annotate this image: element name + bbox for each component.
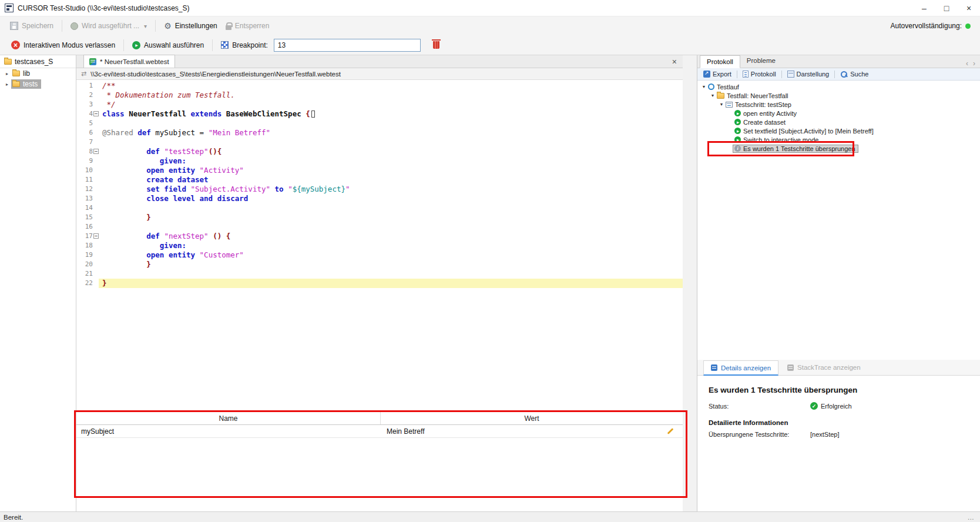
collapse-icon[interactable] (701, 84, 707, 89)
tab-stacktrace[interactable]: StackTrace anzeigen (780, 360, 868, 375)
fold-collapse-icon[interactable] (93, 149, 99, 154)
code-line[interactable]: 8 def "testStep"(){ (76, 147, 683, 156)
minimize-button[interactable]: – (913, 0, 935, 16)
chevron-right-icon[interactable] (973, 59, 975, 68)
toolbar-separator (123, 39, 124, 51)
collapse-icon[interactable] (719, 102, 724, 107)
breakpoint-icon (221, 41, 229, 49)
code-line[interactable]: 12 set field "Subject.Activity" to "${my… (76, 185, 683, 194)
protocol-tree: TestlaufTestfall: NeuerTestfallTestschri… (697, 81, 980, 360)
editor-panel: * NeuerTestfall.webtest × ⇄ \\3c-evi\tes… (76, 55, 683, 511)
file-tree-items: libtests (0, 68, 76, 89)
text-cursor (311, 111, 315, 118)
maximize-button[interactable]: □ (935, 0, 958, 16)
code-line[interactable]: 7 (76, 138, 683, 147)
tab-details[interactable]: Details anzeigen (703, 360, 778, 376)
code-line[interactable]: 2 * Dokumentation zum Testfall. (76, 91, 683, 100)
window-controls: – □ × (913, 0, 980, 16)
settings-button[interactable]: ⚙ Einstellungen (160, 19, 221, 33)
editor-pathbar: ⇄ \\3c-evi\test-studio\testcases_S\tests… (76, 68, 683, 80)
variable-name: mySubject (76, 427, 381, 436)
folder-icon (12, 71, 20, 76)
code-line[interactable]: 21 (76, 269, 683, 279)
code-line[interactable]: 4class NeuerTestfall extends BaseWebClie… (76, 109, 683, 119)
protocol-tree-item[interactable]: Es wurden 1 Testschritte übersprungen (697, 144, 980, 153)
file-tree-root[interactable]: testcases_S (0, 55, 76, 68)
code-line[interactable]: 14 (76, 203, 683, 213)
tab-probleme[interactable]: Probleme (740, 55, 782, 68)
save-button[interactable]: Speichern (6, 19, 58, 33)
statusbar-overflow-icon[interactable] (968, 514, 975, 521)
toolbar-separator (737, 71, 737, 78)
leave-interactive-mode-button[interactable]: Interaktiven Modus verlassen (7, 38, 119, 52)
code-line[interactable]: 9 given: (76, 156, 683, 166)
fold-collapse-icon[interactable] (93, 111, 99, 116)
protocol-tree-item[interactable]: Create dataset (697, 118, 980, 126)
code-line[interactable]: 13 close level and discard (76, 194, 683, 203)
autocomplete-status-icon (965, 24, 971, 29)
unlock-button[interactable]: Entsperren (221, 19, 274, 33)
running-status-button[interactable]: Wird ausgeführt ... ▾ (66, 19, 151, 33)
line-number: 11 (76, 175, 93, 185)
edit-pencil-icon[interactable] (667, 427, 674, 435)
teststep-icon (726, 102, 733, 108)
window-title: CURSOR Test-Studio (\\3c-evi\test-studio… (18, 4, 190, 12)
editor-tab[interactable]: * NeuerTestfall.webtest (83, 55, 175, 68)
protocol-tree-label: open entity Activity (743, 110, 797, 117)
delete-breakpoint-trash-icon[interactable] (433, 41, 439, 49)
code-line[interactable]: 6@Shared def mySubject = "Mein Betreff" (76, 128, 683, 138)
line-number: 6 (76, 128, 93, 138)
code-line[interactable]: 1/** (76, 81, 683, 91)
status-value: Erfolgreich (821, 403, 852, 410)
code-line[interactable]: 22} (76, 279, 683, 288)
export-button[interactable]: Export (701, 71, 734, 78)
variable-row[interactable]: mySubjectMein Betreff (76, 425, 683, 438)
column-header-wert[interactable]: Wert (381, 412, 683, 424)
fold-collapse-icon[interactable] (93, 233, 99, 239)
protocol-tree-item[interactable]: Testfall: NeuerTestfall (697, 91, 980, 100)
details-tabs: Details anzeigenStackTrace anzeigen (697, 360, 980, 376)
code-line[interactable]: 15 } (76, 213, 683, 222)
breakpoint-input[interactable] (274, 39, 421, 52)
expander-icon[interactable] (4, 71, 10, 76)
code-line[interactable]: 20 } (76, 260, 683, 269)
tab-protokoll[interactable]: Protokoll (700, 55, 740, 68)
protocol-tree-item[interactable]: open entity Activity (697, 109, 980, 118)
code-line[interactable]: 18 given: (76, 241, 683, 250)
expander-icon[interactable] (4, 82, 10, 87)
editor-close-icon[interactable]: × (672, 57, 677, 66)
protocol-tree-item[interactable]: Switch to interactive mode (697, 135, 980, 144)
details-body: Es wurden 1 Testschritte übersprungen St… (697, 376, 980, 511)
code-line[interactable]: 11 create dataset (76, 175, 683, 185)
code-line[interactable]: 10 open entity "Activity" (76, 166, 683, 175)
webtest-file-icon (89, 58, 96, 65)
chevron-left-icon[interactable] (966, 59, 968, 68)
run-selection-button[interactable]: Auswahl ausführen (128, 38, 208, 52)
code-line[interactable]: 19 open entity "Customer" (76, 250, 683, 260)
code-lines: 1/**2 * Dokumentation zum Testfall.3 */4… (76, 81, 683, 288)
column-header-name[interactable]: Name (76, 412, 381, 424)
editor-tab-label: * NeuerTestfall.webtest (100, 58, 169, 65)
view-button[interactable]: Darstellung (785, 71, 832, 78)
status-bar: Bereit. (0, 511, 980, 522)
file-tree-item-tests[interactable]: tests (0, 79, 76, 89)
skipped-steps-value: [nextStep] (810, 431, 840, 438)
close-button[interactable]: × (958, 0, 980, 16)
panel-splitter[interactable] (683, 55, 697, 511)
variable-value: Mein Betreff (381, 427, 667, 436)
line-number: 2 (76, 91, 93, 100)
collapse-icon[interactable] (710, 93, 716, 98)
line-number: 9 (76, 156, 93, 166)
protocol-tree-item[interactable]: Testschritt: testStep (697, 100, 980, 109)
line-number: 1 (76, 81, 93, 91)
code-line[interactable]: 17 def "nextStep" () { (76, 232, 683, 241)
file-tree-item-lib[interactable]: lib (0, 68, 76, 79)
code-line[interactable]: 5 (76, 119, 683, 128)
log-button[interactable]: Protokoll (740, 71, 778, 78)
play-icon (734, 119, 741, 125)
protocol-tree-item[interactable]: Set textfield [Subject.Activity] to [Mei… (697, 126, 980, 135)
protocol-tree-item[interactable]: Testlauf (697, 82, 980, 91)
search-button[interactable]: Suche (838, 71, 871, 78)
code-line[interactable]: 3 */ (76, 100, 683, 109)
code-line[interactable]: 16 (76, 222, 683, 232)
